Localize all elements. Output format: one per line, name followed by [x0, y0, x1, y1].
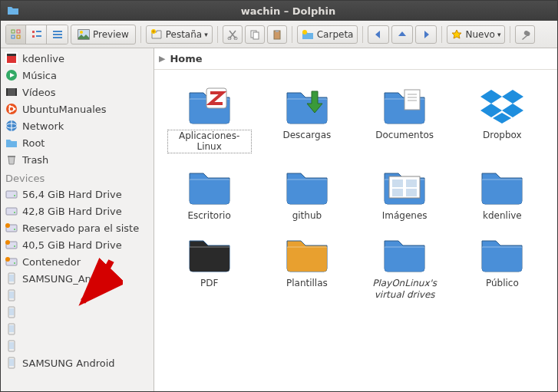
- svg-rect-6: [32, 35, 35, 38]
- up-button[interactable]: [391, 25, 413, 44]
- breadcrumb[interactable]: ▶ Home: [154, 48, 557, 70]
- svg-point-46: [5, 240, 10, 245]
- svg-rect-70: [392, 189, 403, 196]
- sidebar-device-item[interactable]: SAMSUNG Android: [1, 354, 154, 371]
- chevron-down-icon: ▾: [497, 31, 501, 38]
- svg-point-31: [14, 108, 16, 110]
- paste-icon: [272, 29, 282, 40]
- svg-point-40: [14, 212, 15, 213]
- grid-item-label: PDF: [200, 278, 218, 288]
- svg-point-21: [302, 30, 307, 35]
- sidebar-place-item[interactable]: UbuntuManuales: [1, 100, 154, 117]
- view-mode-group: [5, 25, 68, 44]
- sidebar-place-item[interactable]: kdenlive: [1, 50, 154, 67]
- sidebar-item-label: Música: [22, 70, 57, 81]
- details-view-button[interactable]: [48, 25, 68, 44]
- cut-button[interactable]: [223, 25, 243, 44]
- svg-rect-68: [392, 180, 403, 187]
- svg-rect-0: [12, 30, 15, 33]
- main-area: ▶ Home Aplicaciones-Linux Descargas Docu…: [154, 48, 557, 391]
- sidebar-device-item[interactable]: 42,8 GiB Hard Drive: [1, 203, 154, 219]
- grid-item[interactable]: Imágenes: [358, 163, 452, 224]
- sidebar-place-item[interactable]: Música: [1, 67, 154, 84]
- scissors-icon: [227, 29, 238, 40]
- svg-point-13: [80, 31, 83, 34]
- sidebar-item-label: Reservado para el siste: [22, 222, 139, 234]
- grid-item[interactable]: github: [259, 163, 354, 224]
- preview-button[interactable]: Preview: [71, 25, 136, 44]
- svg-point-42: [14, 229, 15, 230]
- icons-view-button[interactable]: [6, 25, 26, 44]
- svg-point-33: [9, 110, 12, 113]
- svg-rect-26: [6, 88, 17, 96]
- grid-item[interactable]: Escritorio: [162, 163, 256, 224]
- grid-item[interactable]: Dropbox: [455, 82, 550, 156]
- devices-header: Devices: [1, 168, 154, 186]
- sidebar-device-item[interactable]: [1, 338, 154, 354]
- menu-button[interactable]: [515, 25, 535, 44]
- grid-item[interactable]: Aplicaciones-Linux: [162, 82, 256, 156]
- sidebar-place-item[interactable]: Network: [1, 117, 154, 134]
- sidebar-device-item[interactable]: Contenedor: [1, 253, 154, 270]
- svg-point-38: [14, 195, 15, 196]
- grid-item-label: Documentos: [375, 130, 434, 140]
- icon-grid[interactable]: Aplicaciones-Linux Descargas DocumentosD…: [154, 70, 557, 391]
- sidebar[interactable]: kdenliveMúsicaVídeosUbuntuManualesNetwor…: [1, 48, 154, 391]
- sidebar-item-label: Contenedor: [22, 256, 81, 268]
- copy-button[interactable]: [245, 25, 265, 44]
- grid-item[interactable]: Público: [455, 230, 550, 303]
- new-button[interactable]: Nuevo ▾: [447, 25, 505, 44]
- sidebar-place-item[interactable]: Vídeos: [1, 84, 154, 100]
- folder-icon: [302, 29, 314, 40]
- grid-item[interactable]: kdenlive: [455, 163, 550, 224]
- sidebar-device-item[interactable]: [1, 287, 154, 304]
- new-folder-button[interactable]: Carpeta: [297, 25, 358, 44]
- grid-item[interactable]: PlayOnLinux's virtual drives: [358, 230, 452, 303]
- svg-rect-27: [6, 88, 8, 96]
- svg-rect-37: [6, 191, 17, 198]
- sidebar-place-item[interactable]: Trash: [1, 151, 154, 168]
- svg-rect-24: [7, 54, 16, 56]
- svg-rect-4: [32, 31, 35, 33]
- sidebar-device-item[interactable]: [1, 304, 154, 321]
- svg-rect-23: [7, 55, 16, 63]
- breadcrumb-home[interactable]: Home: [170, 53, 202, 64]
- grid-item[interactable]: Plantillas: [259, 230, 354, 303]
- svg-rect-59: [9, 342, 14, 349]
- sidebar-place-item[interactable]: Root: [1, 134, 154, 151]
- sidebar-item-label: Root: [22, 137, 45, 149]
- svg-rect-1: [17, 30, 20, 33]
- sidebar-item-label: SAMSUNG Android: [22, 357, 115, 369]
- star-icon: [451, 29, 462, 40]
- sidebar-device-item[interactable]: 40,5 GiB Hard Drive: [1, 236, 154, 253]
- sidebar-item-label: Network: [22, 120, 64, 132]
- wrench-icon: [520, 29, 530, 40]
- grid-item-label: Aplicaciones-Linux: [167, 130, 252, 153]
- arrow-up-icon: [396, 29, 408, 40]
- sidebar-item-label: 56,4 GiB Hard Drive: [22, 189, 122, 200]
- svg-point-43: [5, 223, 10, 228]
- sidebar-device-item[interactable]: SAMSUNG_Android: [1, 270, 154, 287]
- forward-button[interactable]: [415, 25, 437, 44]
- paste-button[interactable]: [267, 25, 287, 44]
- grid-item[interactable]: Descargas: [259, 82, 354, 156]
- sidebar-device-item[interactable]: 56,4 GiB Hard Drive: [1, 186, 154, 203]
- svg-rect-9: [53, 34, 62, 35]
- sidebar-device-item[interactable]: Reservado para el siste: [1, 219, 154, 236]
- grid-item-label: Escritorio: [187, 210, 230, 221]
- sidebar-device-item[interactable]: [1, 321, 154, 338]
- breadcrumb-arrow-icon: ▶: [159, 54, 165, 64]
- grid-item[interactable]: Documentos: [358, 82, 452, 156]
- new-tab-button[interactable]: Pestaña ▾: [146, 25, 213, 44]
- grid-item-label: Descargas: [282, 130, 331, 140]
- svg-rect-20: [276, 30, 279, 32]
- svg-rect-55: [9, 308, 14, 315]
- svg-rect-10: [53, 37, 62, 38]
- grid-item-label: Plantillas: [286, 278, 328, 288]
- compact-view-button[interactable]: [27, 25, 47, 44]
- sidebar-item-label: 40,5 GiB Hard Drive: [22, 239, 122, 251]
- back-button[interactable]: [368, 25, 389, 44]
- grid-item[interactable]: PDF: [162, 230, 256, 303]
- grid-item-label: github: [292, 210, 322, 221]
- svg-rect-71: [406, 189, 417, 196]
